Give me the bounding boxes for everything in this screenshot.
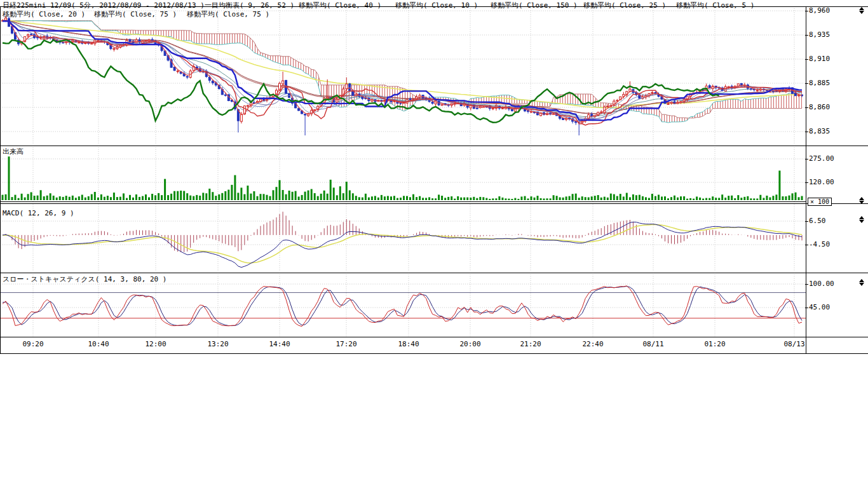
- chart-bottom-border: [0, 353, 868, 354]
- pane-divider: [0, 201, 806, 202]
- y-axis-tick-label: 8,835: [809, 127, 830, 135]
- x-axis-label: 17:20: [336, 340, 356, 348]
- scroll-down-icon[interactable]: [859, 283, 864, 286]
- ichimoku-chikou: [3, 40, 719, 123]
- price-chart-svg: [0, 6, 806, 146]
- scroll-up-icon[interactable]: [859, 7, 864, 10]
- x-axis-label: 09:20: [22, 340, 43, 348]
- axis-divider: [806, 6, 806, 353]
- volume-bars: [2, 156, 803, 200]
- indicator-label-ma20[interactable]: 移動平均( Close, 20 ): [3, 10, 85, 19]
- scroll-down-icon[interactable]: [859, 201, 864, 204]
- indicator-label-ichimoku[interactable]: 一目均衡表( 9, 26, 52 ): [205, 1, 294, 10]
- scroll-down-icon[interactable]: [859, 220, 864, 223]
- x-axis-label: 14:40: [269, 340, 290, 348]
- scroll-down-icon[interactable]: [859, 11, 864, 14]
- macd-histogram: [3, 212, 802, 252]
- x-axis-label: 13:20: [207, 340, 228, 348]
- x-axis-label: 21:20: [520, 340, 541, 348]
- indicator-label-ma5[interactable]: 移動平均( Close, 5 ): [676, 1, 754, 10]
- indicator-label-ma25[interactable]: 移動平均( Close, 25 ): [583, 1, 666, 10]
- x-axis-label: 08/13: [783, 340, 804, 348]
- y-axis-tick-label: 8,935: [809, 30, 830, 39]
- scroll-up-icon[interactable]: [859, 197, 864, 200]
- macd-signal-line: [3, 225, 802, 263]
- y-axis-tick-label: 8,885: [809, 79, 830, 87]
- gridlines: [0, 6, 806, 146]
- indicator-label-ma150[interactable]: 移動平均( Close, 150 ): [491, 1, 578, 10]
- stochastics-pane-label: スロー・ストキャスティクス( 14, 3, 80, 20 ): [3, 274, 166, 284]
- scroll-up-icon[interactable]: [859, 216, 864, 219]
- stoch-scale-scroll-arrows[interactable]: [859, 278, 865, 287]
- gridlines: [0, 204, 806, 273]
- macd-pane[interactable]: [0, 204, 806, 273]
- price-scale-scroll-arrows[interactable]: [859, 6, 865, 15]
- x-axis-label: 18:40: [398, 340, 419, 348]
- x-axis-label: 22:40: [582, 340, 603, 348]
- indicator-label-ma75-2[interactable]: 移動平均( Close, 75 ): [187, 10, 269, 19]
- stoch-d-line: [3, 287, 802, 326]
- y-axis-tick-label: 100.00: [809, 280, 834, 288]
- x-axis-label: 01:20: [704, 340, 725, 348]
- price-chart-pane[interactable]: [0, 6, 806, 146]
- macd-pane-label: MACD( 12, 26, 9 ): [3, 209, 74, 217]
- scroll-up-icon[interactable]: [859, 279, 864, 282]
- pane-divider: [0, 337, 868, 337]
- volume-pane[interactable]: [0, 146, 806, 203]
- x-axis-label: 10:40: [88, 340, 109, 348]
- volume-unit-label: × 100: [808, 198, 832, 206]
- chart-left-border: [0, 6, 1, 353]
- indicator-label-ma10[interactable]: 移動平均( Close, 10 ): [395, 1, 478, 10]
- pane-divider: [0, 273, 868, 273]
- y-axis-tick-label: 45.00: [809, 303, 830, 311]
- gridlines: [0, 146, 806, 203]
- pane-divider: [0, 203, 868, 204]
- x-axis-label: 08/11: [642, 340, 663, 348]
- y-axis-tick-label: 8,910: [809, 55, 830, 63]
- volume-scale-scroll-arrows[interactable]: [859, 196, 865, 205]
- y-axis-tick-label: 275.00: [809, 154, 834, 163]
- indicator-label-ma40[interactable]: 移動平均( Close, 40 ): [299, 1, 381, 10]
- chart-title: 日経225mini 12/09( 5分, 2012/08/09 - 2012/0…: [3, 1, 205, 10]
- y-axis-tick-label: 6.50: [809, 217, 826, 225]
- y-axis-tick-label: 120.00: [809, 178, 834, 186]
- volume-pane-label: 出来高: [3, 147, 24, 156]
- y-axis-tick-label: -4.50: [809, 240, 830, 248]
- chart-window: 日経225mini 12/09( 5分, 2012/08/09 - 2012/0…: [0, 0, 868, 488]
- x-axis: 09:2010:4012:0013:2014:4017:2018:4020:00…: [0, 339, 813, 350]
- volume-svg: [0, 146, 806, 203]
- macd-svg: [0, 204, 806, 273]
- y-axis-tick-label: 8,860: [809, 103, 830, 111]
- x-axis-label: 12:00: [145, 340, 166, 348]
- y-axis-tick-label: 8,960: [809, 6, 830, 15]
- macd-scale-scroll-arrows[interactable]: [859, 215, 865, 224]
- x-axis-label: 20:00: [459, 340, 480, 348]
- pane-divider: [0, 146, 868, 146]
- indicator-label-ma75-1[interactable]: 移動平均( Close, 75 ): [94, 10, 177, 19]
